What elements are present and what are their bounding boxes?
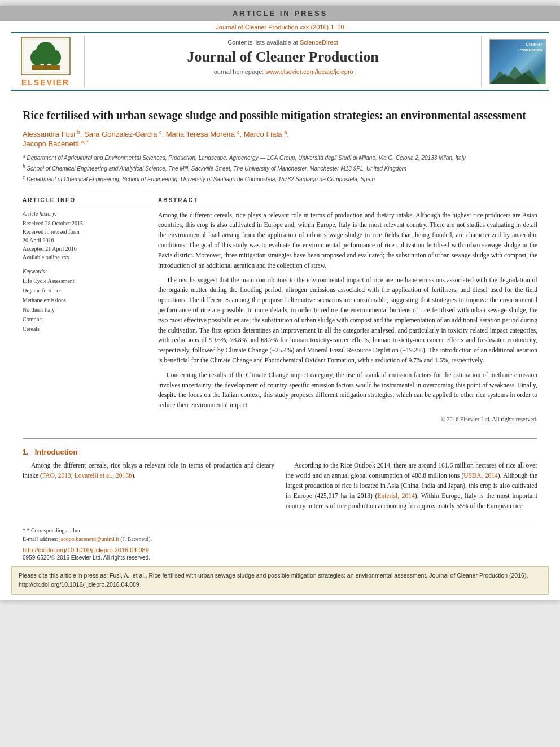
homepage-link[interactable]: www.elsevier.com/locate/jclepro [265,68,353,75]
intro-col-left: Among the different cereals, rice plays … [23,461,274,514]
journal-title: Journal of Cleaner Production [96,49,470,65]
copyright-line: © 2016 Elsevier Ltd. All rights reserved… [158,415,537,424]
affiliation-c: c Department of Chemical Engineering, Sc… [23,174,537,184]
citation-text: Please cite this article in press as: Fu… [19,572,528,588]
citation-bar: Please cite this article in press as: Fu… [11,566,549,595]
abstract-para-1: Among the different cereals, rice plays … [158,211,537,271]
corresponding-author-note: * * Corresponding author. [23,526,537,535]
issn-line: 0959-6526/© 2016 Elsevier Ltd. All right… [23,554,537,561]
aip-banner: ARTICLE IN PRESS [0,6,560,21]
keyword-4: Northern Italy [23,305,147,314]
author-alessandra: Alessandra Fusi b, Sara González-García … [23,130,289,138]
elsevier-logo-area: ELSEVIER [11,36,85,87]
intro-para-right: According to the Rice Outlook 2014, ther… [286,461,537,511]
article-info-header: ARTICLE INFO [23,197,147,203]
keyword-3: Methane emissions [23,295,147,305]
journal-link-bar: Journal of Cleaner Production xxx (2016)… [0,21,560,32]
abstract-column: ABSTRACT Among the different cereals, ri… [158,197,537,425]
email-label: E-mail address: [23,536,58,542]
author-jacopo: Jacopo Bacenetti a, * [23,139,89,148]
introduction-section: 1. Introduction Among the different cere… [0,448,560,514]
cleaner-production-journal-image: CleanerProduction [489,39,546,84]
intro-para-left: Among the different cereals, rice plays … [23,461,274,481]
abstract-header: ABSTRACT [158,197,537,203]
svg-point-3 [30,50,44,65]
keyword-6: Cereals [23,324,147,334]
accepted-date: Accepted 21 April 2016 [23,244,147,253]
journal-header: ELSEVIER Contents lists available at Sci… [11,32,549,91]
article-history-label: Article history: [23,211,147,217]
section-title-text: Introduction [35,448,78,456]
doi-line[interactable]: http://dx.doi.org/10.1016/j.jclepro.2016… [23,547,537,553]
keywords-label: Keywords: [23,268,147,274]
affiliations-area: a Department of Agricultural and Environ… [23,152,537,184]
header-body-divider [23,191,537,191]
main-content-area: Rice fertilised with urban sewage sludge… [0,91,560,430]
contents-label: Contents lists available at [228,39,298,46]
ref-lovarelli[interactable]: Lovarelli et al., 2016b [75,472,132,479]
aip-text: ARTICLE IN PRESS [233,9,328,18]
keywords-section: Keywords: Life Cycle Assessment Organic … [23,268,147,334]
article-title: Rice fertilised with urban sewage sludge… [23,108,537,123]
cleaner-production-image-area: CleanerProduction [481,36,549,87]
affiliation-b: b School of Chemical Engineering and Ana… [23,163,537,173]
intro-text-left: Among the different cereals, rice plays … [23,461,274,481]
abstract-text-area: Among the different cereals, rice plays … [158,211,537,425]
keyword-2: Organic fertiliser [23,286,147,295]
intro-col-right: According to the Rice Outlook 2014, ther… [286,461,537,514]
elsevier-brand-text: ELSEVIER [21,78,69,87]
keyword-5: Compost [23,314,147,324]
corresponding-label: * Corresponding author. [27,527,82,534]
keyword-1: Life Cycle Assessment [23,276,147,286]
ref-fao-2013[interactable]: FAO, 2013 [42,472,71,479]
cleaner-prod-title-text: CleanerProduction [518,42,542,53]
revised-label: Received in revised form [23,228,147,236]
page: ARTICLE IN PRESS Journal of Cleaner Prod… [0,6,560,600]
sciencedirect-link[interactable]: ScienceDirect [300,39,338,46]
elsevier-tree-logo [20,36,71,76]
intro-text-right: According to the Rice Outlook 2014, ther… [286,461,537,511]
intro-columns: Among the different cereals, rice plays … [23,461,537,514]
journal-center-info: Contents lists available at ScienceDirec… [85,36,481,87]
available-online: Available online xxx [23,253,147,261]
article-info-column: ARTICLE INFO Article history: Received 2… [23,197,147,425]
authors-line: Alessandra Fusi b, Sara González-García … [23,129,537,148]
email-note: E-mail address: jacopo.bacenetti@unimi.i… [23,535,537,543]
journal-issue-link[interactable]: Journal of Cleaner Production xxx (2016)… [216,24,344,30]
intro-section-title: 1. Introduction [23,448,537,456]
abstract-para-2: The results suggest that the main contri… [158,276,537,366]
affiliation-a: a Department of Agricultural and Environ… [23,152,537,162]
email-name: (J. Bacenetti). [120,536,152,542]
contents-available-line: Contents lists available at ScienceDirec… [96,39,470,46]
ref-enterisl[interactable]: Enterisl, 2014 [377,492,414,499]
section-break-divider [23,438,537,439]
received-date: Received 28 October 2015 [23,219,147,228]
abstract-para-3: Concerning the results of the Climate Ch… [158,370,537,410]
ref-usda[interactable]: USDA, 2014 [463,472,498,479]
section-number: 1. [23,448,29,456]
revised-date: 20 April 2016 [23,236,147,244]
journal-homepage-line: journal homepage: www.elsevier.com/locat… [96,68,470,75]
footnote-area: * * Corresponding author. E-mail address… [23,523,537,561]
email-address[interactable]: jacopo.bacenetti@unimi.it [59,536,119,542]
info-abstract-columns: ARTICLE INFO Article history: Received 2… [23,197,537,425]
homepage-label: journal homepage: [212,68,264,75]
svg-point-4 [47,50,61,65]
